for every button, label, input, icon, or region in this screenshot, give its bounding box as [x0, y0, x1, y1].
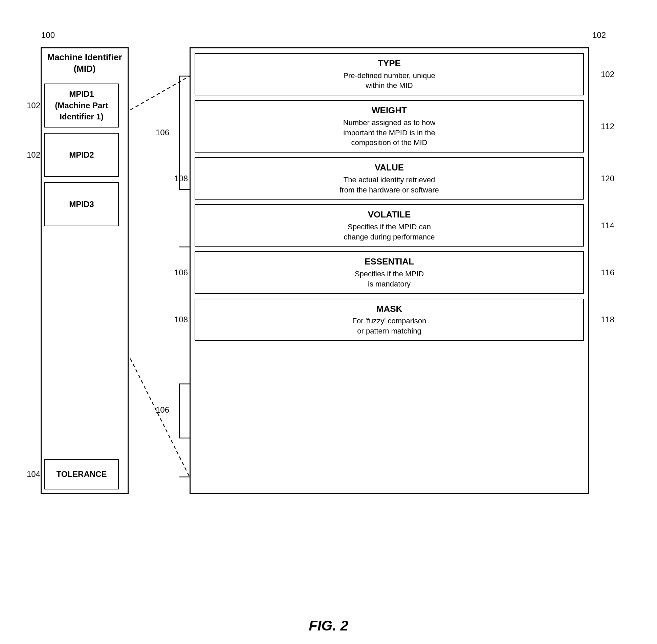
ref-102-top: 102 [592, 30, 606, 40]
tolerance-label: TOLERANCE [57, 469, 107, 479]
mask-row: 108 118 MASK For 'fuzzy' comparisonor pa… [195, 299, 584, 341]
mid-title: Machine Identifier(MID) [47, 52, 122, 75]
ref-tolerance: 104 [27, 469, 40, 479]
mask-desc: For 'fuzzy' comparisonor pattern matchin… [352, 316, 426, 336]
value-row: 108 120 VALUE The actual identity retrie… [195, 157, 584, 200]
mpid3-label: MPID3 [69, 199, 94, 210]
figure-caption: FIG. 2 [309, 618, 348, 634]
essential-title: ESSENTIAL [365, 256, 414, 268]
weight-field: WEIGHT Number assigned as to howimportan… [195, 100, 584, 153]
mpid-detail-box: 102 TYPE Pre-defined number, uniquewithi… [190, 47, 589, 494]
type-desc: Pre-defined number, uniquewithin the MID [343, 71, 435, 91]
tolerance-box: TOLERANCE [44, 459, 119, 489]
ref-mask-left: 108 [174, 315, 188, 324]
mpid1-label: MPID1(Machine PartIdentifier 1) [55, 88, 108, 122]
value-title: VALUE [375, 162, 404, 174]
value-desc: The actual identity retrievedfrom the ha… [340, 175, 439, 195]
ref-volatile-right: 114 [601, 221, 614, 230]
ref-essential-right: 116 [601, 268, 614, 277]
ref-100: 100 [41, 30, 55, 40]
ref-mpid2: 102 [27, 150, 40, 160]
mpid3-box: MPID3 [44, 182, 119, 226]
tolerance-row: 104 TOLERANCE [44, 459, 125, 489]
volatile-title: VOLATILE [368, 209, 411, 221]
volatile-desc: Specifies if the MPID canchange during p… [344, 222, 435, 242]
mpid2-box: MPID2 [44, 133, 119, 177]
essential-field: ESSENTIAL Specifies if the MPIDis mandat… [195, 251, 584, 294]
ref-type-right: 102 [601, 70, 614, 79]
volatile-row: 114 VOLATILE Specifies if the MPID canch… [195, 204, 584, 247]
ref-essential-left: 106 [174, 268, 188, 277]
svg-line-0 [130, 76, 190, 110]
diagram-container: 100 Machine Identifier(MID) 102 MPID1(Ma… [20, 27, 636, 602]
volatile-field: VOLATILE Specifies if the MPID canchange… [195, 204, 584, 247]
svg-text:106: 106 [156, 128, 169, 137]
ref-mask-right: 118 [601, 315, 614, 324]
type-field: TYPE Pre-defined number, uniquewithin th… [195, 53, 584, 95]
essential-desc: Specifies if the MPIDis mandatory [355, 269, 424, 289]
type-title: TYPE [378, 58, 401, 69]
type-row: 102 TYPE Pre-defined number, uniquewithi… [195, 53, 584, 95]
ref-mpid1: 102 [27, 101, 40, 110]
mpid1-box: MPID1(Machine PartIdentifier 1) [44, 84, 119, 128]
ref-weight-right: 112 [601, 122, 614, 131]
mask-title: MASK [376, 303, 402, 315]
mask-field: MASK For 'fuzzy' comparisonor pattern ma… [195, 299, 584, 341]
value-field: VALUE The actual identity retrievedfrom … [195, 157, 584, 200]
ref-value-right: 120 [601, 174, 614, 183]
mpid1-row: 102 MPID1(Machine PartIdentifier 1) [44, 84, 125, 128]
weight-title: WEIGHT [372, 105, 407, 116]
ref-value-left: 108 [174, 174, 188, 183]
weight-row: 112 WEIGHT Number assigned as to howimpo… [195, 100, 584, 153]
weight-desc: Number assigned as to howimportant the M… [343, 118, 436, 148]
essential-row: 106 116 ESSENTIAL Specifies if the MPIDi… [195, 251, 584, 294]
svg-line-1 [130, 359, 190, 477]
mpid2-label: MPID2 [69, 149, 94, 161]
mpid2-row: 102 MPID2 [44, 133, 125, 177]
mpid3-row: MPID3 [44, 182, 125, 226]
mid-box: Machine Identifier(MID) 102 MPID1(Machin… [41, 47, 129, 494]
svg-text:106: 106 [156, 405, 169, 414]
